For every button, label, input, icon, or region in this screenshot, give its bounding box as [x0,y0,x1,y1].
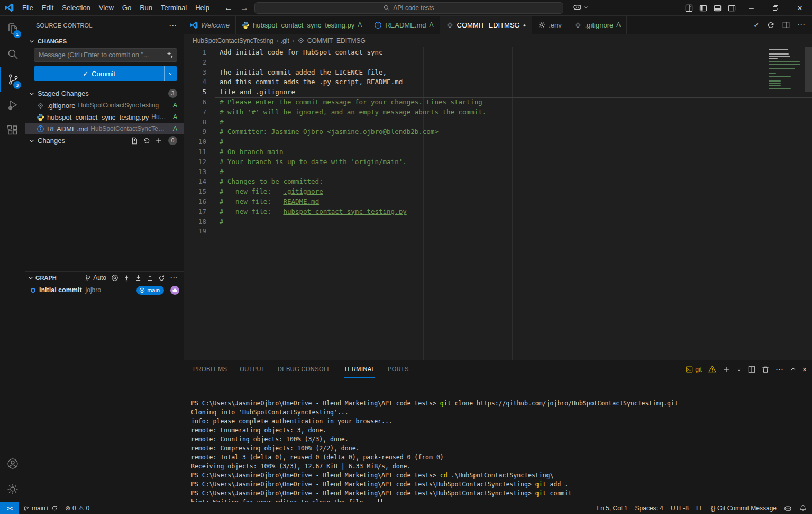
tab-COMMIT_EDITMSG[interactable]: COMMIT_EDITMSG● [440,16,533,34]
menu-selection[interactable]: Selection [58,0,94,16]
toggle-secondary-sidebar-icon[interactable] [725,0,739,16]
terminal-output[interactable]: PS C:\Users\JasmineOjbro\OneDrive - Blen… [184,378,812,507]
breadcrumb-item[interactable]: .git [281,37,289,44]
panel-tab-problems[interactable]: PROBLEMS [193,360,227,378]
minimap[interactable] [769,49,804,95]
editor-line-7[interactable]: # with '#' will be ignored, and an empty… [220,107,801,118]
editor-line-10[interactable]: # [220,137,801,147]
editor-line-3[interactable]: The initial commit added the LICENCE fil… [220,68,801,78]
editor-more-actions-icon[interactable]: ⋯ [797,20,806,30]
kill-terminal-icon[interactable] [762,366,769,373]
nav-back-button[interactable]: ← [222,0,235,16]
menu-go[interactable]: Go [118,0,135,16]
panel-tab-debug-console[interactable]: DEBUG CONSOLE [278,360,331,378]
pull-icon[interactable] [135,275,142,282]
editor-code-area[interactable]: 12345678910111213141516171819 Add initia… [184,47,812,360]
customize-layout-icon[interactable] [682,0,696,16]
sparkle-icon[interactable] [166,51,174,59]
open-changes-icon[interactable] [131,137,138,145]
target-icon[interactable] [111,274,118,282]
discard-changes-icon[interactable] [143,137,150,145]
activitybar-extensions[interactable] [0,118,25,143]
tab-.gitignore[interactable]: .gitignoreA [568,16,627,34]
push-icon[interactable] [147,275,153,282]
tab-README.md[interactable]: README.mdA [368,16,440,34]
statusbar-branch[interactable]: main+ [19,502,61,514]
editor-line-16[interactable]: # new file: README.md [220,197,801,207]
breadcrumb[interactable]: HubSpotContactSyncTesting›.git›COMMIT_ED… [184,34,812,47]
remote-indicator[interactable]: >< [0,502,19,514]
window-minimize-button[interactable]: ─ [739,0,763,16]
editor-line-4[interactable]: and this commit adds the .py script, REA… [220,77,801,87]
stage-all-icon[interactable] [155,137,162,145]
sidebar-more-actions-icon[interactable]: ⋯ [169,21,177,30]
breadcrumb-item[interactable]: HubSpotContactSyncTesting [193,37,273,44]
refresh-icon[interactable] [158,275,165,282]
split-editor-icon[interactable] [782,21,790,29]
window-close-button[interactable]: ✕ [788,0,812,16]
editor-scrollbar[interactable] [805,47,812,92]
panel-tab-output[interactable]: OUTPUT [240,360,265,378]
tab-dirty-indicator-icon[interactable]: ● [523,23,526,28]
editor-line-14[interactable]: # Changes to be committed: [220,177,801,187]
new-terminal-icon[interactable] [723,366,730,373]
copilot-icon[interactable] [780,504,796,512]
tab-hubspot_contact_sync_testing.py[interactable]: hubspot_contact_sync_testing.pyA [236,16,368,34]
staged-changes-header[interactable]: Staged Changes 3 [25,87,184,100]
branch-badge[interactable]: main [136,286,164,295]
close-panel-icon[interactable]: × [802,365,807,374]
editor-line-18[interactable]: # [220,217,801,227]
nav-forward-button[interactable]: → [238,0,251,16]
graph-more-actions-icon[interactable]: ⋯ [170,273,178,283]
activitybar-accounts[interactable] [0,451,25,476]
editor-line-13[interactable]: # [220,167,801,177]
commit-dropdown-button[interactable] [164,66,177,81]
statusbar-encoding[interactable]: UTF-8 [667,504,692,512]
editor-line-17[interactable]: # new file: hubspot_contact_sync_testing… [220,207,801,217]
discard-icon[interactable] [767,21,775,29]
panel-more-actions-icon[interactable]: ⋯ [775,365,784,374]
statusbar-language-mode[interactable]: {} Git Commit Message [707,504,780,512]
file-link[interactable]: hubspot_contact_sync_testing.py [283,208,406,215]
staged-file-.gitignore[interactable]: .gitignoreHubSpotContactSyncTestingA [25,100,184,111]
statusbar-eol[interactable]: LF [692,504,707,512]
statusbar-cursor-position[interactable]: Ln 5, Col 1 [594,504,632,512]
changes-tree-header[interactable]: Changes 0 [25,134,184,147]
activitybar-run-debug[interactable] [0,92,25,118]
staged-file-README.md[interactable]: README.mdHubSpotContactSyncTestingA [25,123,184,134]
changes-section-header[interactable]: CHANGES [25,35,184,47]
panel-tab-terminal[interactable]: TERMINAL [344,360,375,378]
editor-line-8[interactable]: # [220,118,801,128]
file-link[interactable]: README.md [283,197,319,205]
panel-tab-ports[interactable]: PORTS [388,360,409,378]
window-restore-button[interactable] [763,0,788,16]
toggle-primary-sidebar-icon[interactable] [696,0,710,16]
editor-line-6[interactable]: # Please enter the commit message for yo… [220,97,801,107]
editor-line-11[interactable]: # On branch main [220,147,801,157]
activitybar-explorer[interactable]: 1 [0,16,25,41]
editor-line-19[interactable] [220,227,801,237]
terminal-instance-label[interactable]: git [686,366,702,373]
menu-terminal[interactable]: Terminal [157,0,191,16]
toggle-panel-icon[interactable] [710,0,725,16]
activitybar-settings[interactable] [0,476,25,502]
graph-commit-row[interactable]: Initial commit jojbro main [25,284,184,296]
fetch-icon[interactable] [123,275,130,282]
graph-auto-toggle[interactable]: Auto [85,274,106,282]
menu-edit[interactable]: Edit [38,0,58,16]
remote-branch-badge[interactable] [170,286,179,295]
bell-icon[interactable] [796,504,812,512]
maximize-panel-icon[interactable] [790,366,796,372]
commit-button[interactable]: ✓ Commit [34,66,177,81]
menu-file[interactable]: File [18,0,38,16]
tab-Welcome[interactable]: Welcome [184,16,236,34]
terminal-dropdown-icon[interactable] [736,367,742,372]
tab-.env[interactable]: .env [532,16,568,34]
menu-view[interactable]: View [95,0,118,16]
menu-help[interactable]: Help [191,0,214,16]
staged-file-hubspot_contact_sync_testing.py[interactable]: hubspot_contact_sync_testing.pyHubS...A [25,111,184,123]
statusbar-problems[interactable]: ⊗ 0 ⚠ 0 [61,502,93,514]
statusbar-indentation[interactable]: Spaces: 4 [632,504,667,512]
menu-run[interactable]: Run [135,0,157,16]
command-center-search[interactable]: API code tests [254,2,563,14]
